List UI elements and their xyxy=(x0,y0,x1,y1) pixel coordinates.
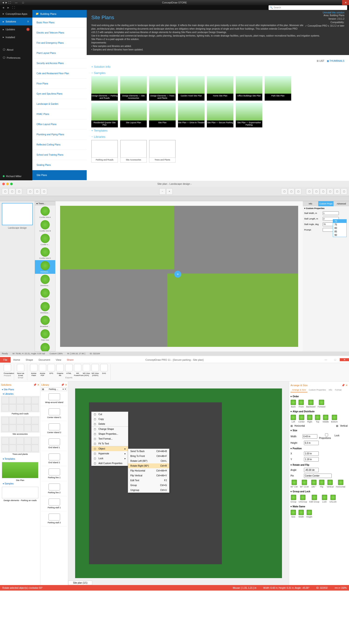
sample-card[interactable]: Design Elements — Parking and Roads xyxy=(91,76,118,100)
sample-card[interactable]: Site Plan xyxy=(149,103,176,128)
library-header[interactable]: ◄ Trees... xyxy=(35,202,55,206)
category-header[interactable]: 📁 Building Plans xyxy=(32,10,87,18)
menu-item[interactable]: ▢Fit To Text xyxy=(91,441,128,446)
page-thumbnail[interactable] xyxy=(2,203,33,225)
adobe-flash-button[interactable] xyxy=(30,364,37,371)
present-button[interactable]: ▢ xyxy=(341,188,347,195)
library-item[interactable]: Palm tree xyxy=(35,328,55,342)
-ccw-button[interactable]: 90° CCW xyxy=(300,480,309,488)
pages-button[interactable]: ▢ xyxy=(9,188,15,195)
back-icon[interactable]: ◄ xyxy=(2,6,5,9)
menu-item[interactable]: ▢Delete xyxy=(91,422,128,426)
library-item[interactable]: Broadleaf ... xyxy=(35,315,55,328)
category-item[interactable]: Office Layout Plans xyxy=(32,119,87,130)
submenu-item[interactable]: GroupCtrl+G xyxy=(128,483,169,488)
ms-visio-vdx--button[interactable] xyxy=(83,364,90,371)
lock-button[interactable]: Lock xyxy=(322,494,327,503)
nav-updates[interactable]: ▸Updates0 xyxy=(0,26,32,33)
category-item[interactable]: Plant Layout Plans xyxy=(32,48,87,58)
height-input[interactable] xyxy=(304,441,319,445)
section-templates[interactable]: + Templates xyxy=(91,128,344,134)
left-button[interactable]: Left xyxy=(291,414,296,423)
tab-format[interactable]: Format xyxy=(334,388,343,392)
section-samples[interactable]: − Samples xyxy=(91,70,344,76)
unlock-button[interactable]: UnLock xyxy=(330,494,337,503)
tab-arrange-size[interactable]: Arrange & Size xyxy=(291,388,307,392)
smart-button[interactable]: ▢ xyxy=(281,188,288,195)
angle-dropdown[interactable]: 7075808590 xyxy=(333,219,347,237)
back-button[interactable]: Back xyxy=(291,400,296,408)
expand-icon[interactable]: ⛶ xyxy=(12,6,15,9)
horizontal-button[interactable]: Horizontal xyxy=(336,480,345,488)
maximize-button[interactable]: □ xyxy=(20,0,26,5)
menu-item[interactable]: ▢Add Custom Properties xyxy=(91,461,128,466)
ms-powerpoint-button[interactable] xyxy=(74,364,81,371)
section-templates[interactable]: ▾ Templates xyxy=(1,457,39,461)
tab-info[interactable]: Info xyxy=(327,388,334,392)
snap-button[interactable]: ▢ xyxy=(306,188,313,195)
--button[interactable]: 180 ° xyxy=(311,480,317,488)
maximize-button[interactable] xyxy=(10,183,13,185)
page-tab[interactable]: Site plan (1/1) xyxy=(68,581,92,585)
solution-site-plans[interactable]: ▾ Site Plans xyxy=(0,387,39,392)
category-item[interactable]: Seating Plans xyxy=(32,160,87,170)
category-item[interactable]: HVAC Plans xyxy=(32,109,87,119)
zoom-out-icon[interactable]: − xyxy=(159,188,166,195)
right-button[interactable]: Right xyxy=(307,414,313,423)
top-button[interactable]: Top xyxy=(315,414,320,423)
submenu-item[interactable]: Bring To FrontCtrl+Alt+F xyxy=(128,454,169,458)
tab-document[interactable]: Document xyxy=(36,357,53,362)
forward-icon[interactable]: ► xyxy=(7,6,10,9)
menu-item[interactable]: ▢Copy xyxy=(91,417,128,422)
width-input[interactable] xyxy=(303,434,317,439)
section-libraries[interactable]: − Libraries xyxy=(91,134,344,140)
tab-custom-properties[interactable]: Custom Properties xyxy=(307,388,328,392)
menu-item[interactable]: ▢Change Shape xyxy=(91,427,128,432)
html-button[interactable] xyxy=(65,364,73,371)
height-button[interactable]: Height xyxy=(306,510,312,518)
library-item[interactable]: Deciduou... xyxy=(35,260,55,274)
dropdown-option[interactable]: 90 xyxy=(333,233,347,237)
layers-button[interactable]: ▢ xyxy=(16,188,22,195)
lock-proportions-checkbox[interactable] xyxy=(319,433,334,436)
svg-button[interactable] xyxy=(100,364,108,371)
nav-preferences[interactable]: ⓘPreferences xyxy=(0,54,32,62)
format-button[interactable]: ▢ xyxy=(320,188,326,195)
view-list[interactable]: ☰ LIST xyxy=(317,60,324,62)
tab-share[interactable]: Share xyxy=(64,357,76,362)
library-shape[interactable]: Center island 2 xyxy=(41,421,67,436)
eps-button[interactable] xyxy=(48,364,55,371)
library-button[interactable]: ▢ xyxy=(41,188,47,195)
close-button[interactable] xyxy=(2,183,5,185)
nav-conceptdraw-apps[interactable]: ▸ConceptDraw Apps xyxy=(0,10,32,18)
chain-button[interactable]: ▢ xyxy=(288,188,295,195)
sample-card[interactable]: Parking and Roads xyxy=(91,140,118,162)
library-item[interactable]: Conifer tree A xyxy=(35,206,55,219)
minimize-button[interactable] xyxy=(6,183,9,185)
library-item[interactable]: Deciduou... xyxy=(35,288,55,301)
submenu-item[interactable]: Flip HorizontalCtrl+Alt+H xyxy=(128,468,169,473)
sample-card[interactable]: Site Layout Plan xyxy=(120,103,147,128)
middle-button[interactable]: Middle xyxy=(323,414,329,423)
category-item[interactable]: Electric and Telecom Plans xyxy=(32,28,87,38)
vertical-button[interactable]: Vertical xyxy=(327,480,334,488)
close-button[interactable]: ✕ xyxy=(340,358,349,361)
info-button[interactable]: ▢ xyxy=(334,188,340,195)
category-item[interactable]: Fire and Emergency Plans xyxy=(32,38,87,48)
library-shape[interactable]: Parking stall 2 xyxy=(41,511,67,526)
menu-item[interactable]: ▢Object▸ xyxy=(91,446,128,451)
minimize-button[interactable]: — xyxy=(13,0,20,5)
solutions-button[interactable]: ▢ xyxy=(2,188,8,195)
pin-select[interactable] xyxy=(304,474,332,478)
category-item[interactable]: Landscape & Garden xyxy=(32,99,87,109)
close-button[interactable]: ✕ xyxy=(342,0,349,5)
submenu-item[interactable]: Flip VerticalCtrl+Alt+V xyxy=(128,473,169,478)
uninstall-link[interactable]: Uninstall this solution xyxy=(323,10,344,15)
minimize-button[interactable]: — xyxy=(321,358,331,361)
maximize-button[interactable]: □ xyxy=(331,358,340,361)
sample-card[interactable]: Design Elements — Trees and Plants xyxy=(149,76,176,100)
library-shape[interactable]: End island 1 xyxy=(41,436,67,451)
sample-card[interactable]: Garden Hotel Site Plan xyxy=(178,76,205,100)
send-via-email-button[interactable] xyxy=(17,364,24,371)
sample-card[interactable]: Park Site Plan xyxy=(265,76,291,100)
